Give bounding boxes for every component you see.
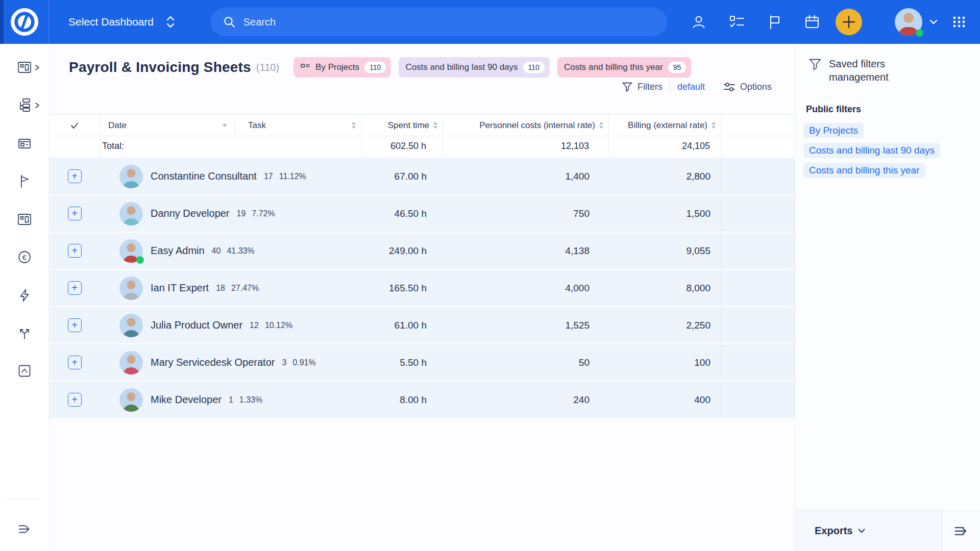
column-header-personnel-costs[interactable]: Personnel costs (internal rate)	[443, 115, 609, 136]
sidebar-item-finance[interactable]: €	[17, 249, 32, 265]
entry-count: 3	[282, 358, 286, 367]
exports-button[interactable]: Exports	[795, 511, 941, 551]
user-avatar[interactable]	[875, 8, 922, 36]
column-label: Billing (external rate)	[628, 120, 707, 131]
chevron-down-icon	[929, 19, 938, 25]
sidebar-item-milestones[interactable]	[17, 173, 32, 189]
profile-button[interactable]	[691, 14, 707, 30]
personnel-costs-value: 50	[443, 344, 609, 381]
sidebar-item-reports[interactable]	[17, 212, 32, 227]
expand-row-button[interactable]: +	[68, 318, 82, 332]
sidebar-item-pages[interactable]	[17, 136, 32, 152]
chip-by-projects[interactable]: By Projects 110	[293, 57, 391, 78]
saved-filter-costs-this-year[interactable]: Costs and billing this year	[803, 163, 925, 178]
spent-time-value: 249.00 h	[362, 233, 443, 269]
spent-time-value: 5.50 h	[362, 344, 443, 381]
column-header-task[interactable]: Task	[235, 115, 362, 136]
billing-value: 100	[609, 344, 721, 381]
sort-icon	[433, 122, 437, 129]
window-edge	[0, 0, 4, 44]
svg-text:€: €	[22, 253, 27, 262]
sidebar-item-archive[interactable]	[17, 363, 32, 379]
saved-filter-costs-90-days[interactable]: Costs and billing last 90 days	[803, 143, 940, 158]
left-sidebar: €	[0, 44, 49, 551]
top-bar: Select Dashboard	[0, 0, 980, 44]
user-menu-chevron[interactable]	[929, 19, 938, 25]
brand-logo-icon	[10, 8, 39, 36]
sort-icon	[712, 122, 716, 129]
personnel-costs-value: 4,000	[443, 270, 609, 306]
avatar	[119, 202, 143, 226]
saved-filter-by-projects[interactable]: By Projects	[803, 123, 864, 138]
row-empty-cell	[721, 195, 795, 232]
column-header-spent-time[interactable]: Spent time	[362, 115, 443, 136]
sidebar-item-quick-actions[interactable]	[17, 288, 32, 303]
avatar	[119, 314, 143, 337]
calendar-button[interactable]	[804, 14, 820, 30]
entry-percent: 11.12%	[279, 172, 306, 181]
personnel-costs-value: 750	[443, 195, 609, 232]
search-input[interactable]	[243, 16, 655, 28]
board-icon	[300, 62, 310, 72]
quick-add-button[interactable]	[836, 9, 862, 35]
default-filter-link[interactable]: default	[677, 82, 705, 92]
tasks-button[interactable]	[728, 14, 746, 30]
select-all-checkbox[interactable]	[49, 115, 100, 136]
billing-value: 8,000	[609, 270, 721, 306]
sidebar-item-dashboards[interactable]	[17, 60, 32, 75]
exports-label: Exports	[815, 525, 852, 537]
table-row: + Julia Product Owner 12 10.12% 61.00 h …	[49, 307, 795, 343]
column-header-billing[interactable]: Billing (external rate)	[609, 115, 721, 136]
sidebar-item-workflows[interactable]	[17, 325, 32, 341]
sort-desc-icon	[222, 124, 227, 127]
spent-time-value: 46.50 h	[362, 195, 443, 232]
sidebar-item-project-tree[interactable]	[17, 97, 32, 113]
dashboard-selector[interactable]: Select Dashboard	[68, 15, 175, 29]
user-name: Mike Developer	[151, 394, 222, 406]
user-name: Mary Servicedesk Operator	[151, 357, 275, 368]
billing-value: 2,800	[609, 158, 721, 194]
user-name: Easy Admin	[151, 245, 205, 257]
global-search[interactable]	[211, 8, 667, 36]
expand-row-button[interactable]: +	[68, 393, 82, 407]
table-row: + Easy Admin 40 41.33% 249.00 h 4,138 9,…	[49, 233, 795, 269]
row-empty-cell	[721, 344, 795, 381]
table-header-row: Date Task Spent time Personnel costs (in…	[49, 114, 795, 136]
column-header-empty	[721, 115, 795, 136]
avatar	[119, 388, 143, 412]
flags-button[interactable]	[767, 14, 782, 30]
app-logo[interactable]	[0, 0, 49, 44]
plus-icon	[842, 15, 856, 29]
options-button[interactable]: Options	[723, 81, 772, 92]
billing-value: 2,250	[609, 307, 721, 343]
expand-row-button[interactable]: +	[68, 207, 82, 220]
panel-collapse-button[interactable]	[941, 511, 980, 551]
entry-percent: 10.12%	[265, 321, 292, 330]
expand-row-button[interactable]: +	[68, 169, 82, 183]
personnel-costs-value: 1,400	[443, 158, 609, 194]
person-icon	[691, 14, 707, 30]
column-header-date[interactable]: Date	[100, 115, 235, 136]
avatar	[119, 277, 143, 300]
apps-grid-button[interactable]	[951, 14, 967, 30]
sidebar-collapse-button[interactable]	[17, 521, 32, 537]
sidebar-expand-dashboards[interactable]	[34, 64, 40, 71]
collapse-panel-icon	[952, 522, 970, 540]
billing-value: 1,500	[609, 195, 721, 232]
expand-row-button[interactable]: +	[68, 356, 82, 369]
sidebar-expand-project-tree[interactable]	[34, 102, 40, 109]
total-personnel-costs: 12,103	[443, 136, 609, 156]
entry-count: 18	[216, 284, 225, 293]
filters-button[interactable]: Filters	[622, 81, 663, 92]
expand-row-button[interactable]: +	[68, 281, 82, 295]
chevron-up-down-icon	[166, 15, 175, 29]
chip-costs-90-days[interactable]: Costs and billing last 90 days 110	[399, 57, 550, 78]
chip-label: Costs and billing last 90 days	[405, 62, 518, 72]
entry-count: 1	[229, 395, 233, 405]
chip-count-badge: 95	[668, 62, 687, 73]
expand-row-button[interactable]: +	[68, 244, 82, 258]
page-title: Payroll & Invoicing Sheets	[69, 59, 251, 76]
search-icon	[223, 15, 236, 29]
page-header: Payroll & Invoicing Sheets (110) By Proj…	[49, 44, 795, 78]
chip-costs-this-year[interactable]: Costs and billing this year 95	[557, 57, 691, 78]
